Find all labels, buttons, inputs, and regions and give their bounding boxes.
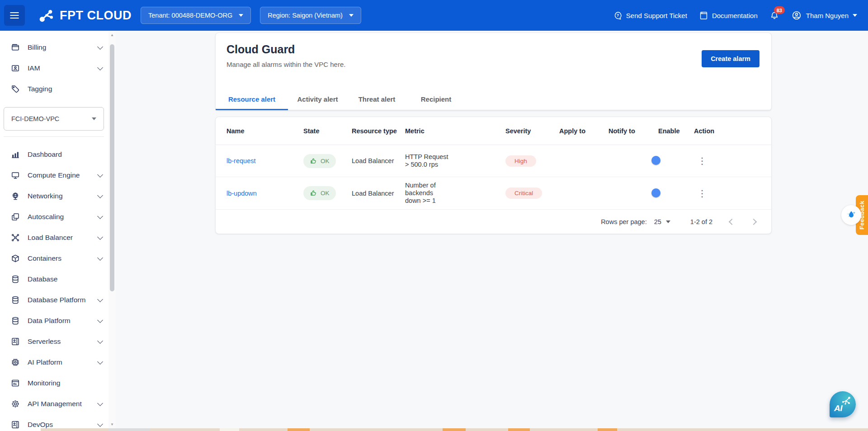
row-actions-menu[interactable]: ⋮: [698, 188, 707, 198]
sidebar-item-label: Database: [28, 275, 57, 283]
sidebar-item-autoscaling[interactable]: Autoscaling: [0, 206, 116, 227]
chevron-down-icon: [97, 317, 103, 323]
notifications-button[interactable]: 83: [769, 10, 779, 20]
scroll-down-icon[interactable]: ▼: [108, 421, 116, 427]
peek-segment: [530, 428, 598, 431]
tab-resource-alert[interactable]: Resource alert: [216, 89, 288, 110]
alarm-name-link[interactable]: lb-request: [226, 157, 255, 164]
tab-label: Threat alert: [359, 95, 396, 103]
state-badge: OK: [303, 186, 336, 200]
id-card-icon: [11, 64, 20, 73]
alert-tabs: Resource alertActivity alertThreat alert…: [216, 89, 771, 110]
sidebar-item-label: API Management: [28, 400, 82, 408]
sidebar-item-networking[interactable]: Networking: [0, 186, 116, 206]
feedback-tab[interactable]: Feedback: [856, 195, 868, 235]
sidebar-main-group: Dashboard Compute Engine Networking Auto…: [0, 144, 116, 431]
column-header-action: Action: [694, 127, 760, 135]
page-subtitle: Manage all alarms within the VPC here.: [226, 61, 345, 68]
region-label: Region: Saigon (Vietnam): [268, 12, 343, 19]
sidebar-item-database[interactable]: Database: [0, 269, 116, 290]
main-content: Cloud Guard Manage all alarms within the…: [215, 33, 772, 234]
previous-page-button[interactable]: [726, 216, 738, 228]
chevron-down-icon: [97, 255, 103, 261]
sidebar-item-label: Database Platform: [28, 296, 85, 304]
table-body: lb-request OK Load Balancer HTTP Request…: [216, 145, 771, 210]
globe-icon: [11, 192, 20, 201]
scrollbar-thumb[interactable]: [110, 44, 114, 291]
sidebar-item-monitoring[interactable]: Monitoring: [0, 373, 116, 394]
pulse-window-icon: [11, 379, 20, 388]
tab-threat-alert[interactable]: Threat alert: [347, 89, 406, 110]
sidebar-item-serverless[interactable]: Serverless: [0, 331, 116, 352]
book-icon: [699, 11, 708, 20]
sidebar-divider: [4, 136, 104, 137]
caret-down-icon: [349, 14, 354, 17]
peek-segment: [288, 428, 310, 431]
sidebar-item-dashboard[interactable]: Dashboard: [0, 144, 116, 165]
resource-type-cell: Load Balancer: [352, 157, 405, 164]
toggle-knob: [651, 188, 660, 197]
tab-recipient[interactable]: Recipient: [406, 89, 466, 110]
vpc-selector[interactable]: FCI-DEMO-VPC: [4, 107, 104, 131]
peek-segment: [150, 428, 220, 431]
sidebar-item-label: Billing: [28, 43, 46, 52]
sidebar-item-label: Data Platform: [28, 317, 71, 325]
database-icon: [11, 275, 20, 284]
sidebar-item-label: Tagging: [28, 85, 52, 93]
menu-button[interactable]: [4, 5, 25, 26]
nodes-icon: [11, 233, 20, 242]
tenant-selector[interactable]: Tenant: 000488-DEMO-ORG: [141, 7, 251, 24]
person-circle-icon: [791, 10, 802, 21]
sidebar-item-api-management[interactable]: API Management: [0, 394, 116, 414]
send-support-ticket-link[interactable]: ? Send Support Ticket: [613, 11, 687, 20]
water-drop-icon[interactable]: [841, 205, 861, 225]
sidebar-item-billing[interactable]: Billing: [0, 37, 116, 58]
svg-text:?: ?: [617, 13, 619, 18]
sidebar-item-label: Load Balancer: [28, 234, 73, 242]
sidebar-scrollbar[interactable]: ▲ ▼: [108, 31, 116, 431]
column-header-apply-to: Apply to: [559, 127, 609, 135]
sidebar-item-database-platform[interactable]: Database Platform: [0, 290, 116, 310]
sidebar-item-devops[interactable]: DevOps: [0, 414, 116, 431]
state-badge: OK: [303, 154, 336, 168]
column-header-name: Name: [226, 127, 303, 135]
app-window-icon: [11, 337, 20, 346]
sidebar-item-compute-engine[interactable]: Compute Engine: [0, 165, 116, 186]
sidebar-item-ai-platform[interactable]: AI Platform: [0, 352, 116, 373]
sidebar-item-data-platform[interactable]: Data Platform: [0, 310, 116, 331]
ai-assistant-button[interactable]: AI: [830, 391, 856, 417]
sidebar-item-label: Networking: [28, 192, 63, 200]
scroll-up-icon[interactable]: ▲: [108, 32, 116, 38]
bottom-peek-bar: [0, 428, 868, 431]
tab-label: Activity alert: [297, 95, 338, 103]
support-label: Send Support Ticket: [626, 12, 687, 19]
sidebar-item-label: Compute Engine: [28, 171, 80, 179]
chevron-down-icon: [97, 296, 103, 302]
state-label: OK: [321, 190, 330, 197]
row-actions-menu[interactable]: ⋮: [698, 156, 707, 166]
next-page-button[interactable]: [748, 216, 760, 228]
sidebar-item-load-balancer[interactable]: Load Balancer: [0, 227, 116, 248]
toggle-knob: [651, 156, 660, 165]
ai-fab-label: AI: [834, 403, 842, 413]
database-icon: [11, 316, 20, 325]
metric-cell: Number of backends down >= 1: [405, 182, 505, 205]
sidebar-item-containers[interactable]: Containers: [0, 248, 116, 269]
sidebar-item-tagging[interactable]: Tagging: [0, 79, 116, 99]
documentation-link[interactable]: Documentation: [699, 11, 758, 20]
region-selector[interactable]: Region: Saigon (Vietnam): [260, 7, 361, 24]
support-chat-icon: ?: [613, 11, 623, 20]
column-header-notify-to: Notify to: [609, 127, 658, 135]
fpt-cloud-logo[interactable]: FPT CLOUD: [38, 7, 132, 23]
user-menu[interactable]: Tham Nguyen: [791, 10, 857, 21]
monitor-icon: [11, 171, 20, 180]
tab-activity-alert[interactable]: Activity alert: [288, 89, 347, 110]
page-range: 1-2 of 2: [690, 218, 712, 225]
rows-per-page-select[interactable]: 25: [654, 218, 670, 225]
alarm-name-link[interactable]: lb-updown: [226, 190, 257, 197]
thumbs-up-icon: [310, 189, 317, 197]
peek-segment: [508, 428, 530, 431]
sidebar-item-iam[interactable]: IAM: [0, 58, 116, 79]
chevron-down-icon: [97, 234, 103, 240]
create-alarm-button[interactable]: Create alarm: [702, 50, 760, 67]
